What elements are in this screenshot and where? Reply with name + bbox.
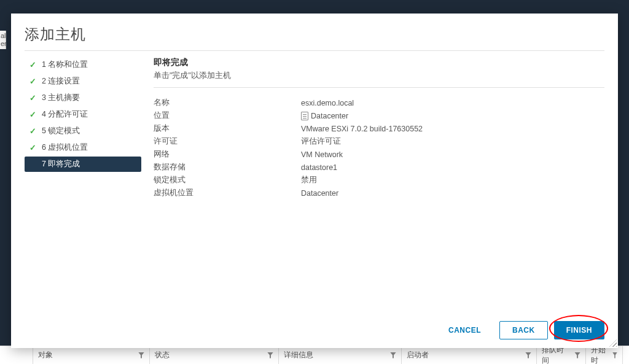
wizard-step-label: 3 主机摘要 bbox=[42, 93, 80, 103]
wizard-step-6[interactable]: ✓6 虚拟机位置 bbox=[25, 140, 141, 155]
bg-column-label: 启动者 bbox=[407, 350, 429, 360]
filter-icon[interactable] bbox=[267, 352, 273, 358]
bg-column-header[interactable]: 启动者 bbox=[402, 346, 537, 364]
check-icon: ✓ bbox=[28, 110, 37, 119]
check-icon: ✓ bbox=[28, 77, 37, 86]
background-fragment: al er bbox=[0, 31, 6, 49]
bg-column-header[interactable]: 对象 bbox=[33, 346, 150, 364]
bg-column-label: 状态 bbox=[155, 350, 170, 360]
summary-label: 锁定模式 bbox=[154, 175, 301, 185]
summary-row: 许可证评估许可证 bbox=[154, 135, 604, 148]
modal-title: 添加主机 bbox=[25, 25, 604, 51]
summary-row: 网络VM Network bbox=[154, 148, 604, 161]
summary-value: 禁用 bbox=[301, 175, 604, 185]
check-icon: ✓ bbox=[28, 93, 37, 103]
summary-row: 锁定模式禁用 bbox=[154, 174, 604, 187]
filter-icon[interactable] bbox=[574, 352, 580, 358]
content-subheading: 单击"完成"以添加主机 bbox=[154, 71, 604, 88]
check-icon: ✓ bbox=[28, 143, 37, 152]
check-icon: ✓ bbox=[28, 60, 37, 69]
summary-value: Datacenter bbox=[301, 188, 604, 198]
wizard-step-1[interactable]: ✓1 名称和位置 bbox=[25, 57, 141, 72]
content-heading: 即将完成 bbox=[154, 57, 604, 68]
check-icon: ✓ bbox=[28, 126, 37, 136]
summary-value: Datacenter bbox=[301, 110, 604, 121]
summary-value: datastore1 bbox=[301, 162, 604, 172]
bg-column-header[interactable]: 开始时 bbox=[586, 346, 623, 364]
back-button[interactable]: BACK bbox=[499, 321, 548, 339]
wizard-content-panel: 即将完成 单击"完成"以添加主机 名称esxi.demo.local位置Data… bbox=[154, 57, 604, 312]
summary-label: 许可证 bbox=[154, 136, 301, 147]
wizard-step-label: 4 分配许可证 bbox=[42, 109, 88, 120]
filter-icon[interactable] bbox=[525, 352, 531, 358]
summary-label: 数据存储 bbox=[154, 162, 301, 172]
summary-label: 名称 bbox=[154, 98, 301, 108]
summary-value: VMware ESXi 7.0.2 build-17630552 bbox=[301, 123, 604, 134]
modal-footer: CANCEL BACK FINISH bbox=[25, 312, 604, 339]
wizard-steps-sidebar: ✓1 名称和位置✓2 连接设置✓3 主机摘要✓4 分配许可证✓5 锁定模式✓6 … bbox=[25, 57, 141, 312]
summary-row: 数据存储datastore1 bbox=[154, 161, 604, 174]
summary-label: 网络 bbox=[154, 149, 301, 160]
datacenter-icon bbox=[301, 112, 308, 120]
summary-row: 虚拟机位置Datacenter bbox=[154, 187, 604, 199]
finish-button[interactable]: FINISH bbox=[554, 321, 604, 339]
wizard-step-label: 2 连接设置 bbox=[42, 76, 80, 87]
summary-value: esxi.demo.local bbox=[301, 98, 604, 108]
background-table-header: 对象状态详细信息启动者排队时间开始时 bbox=[0, 346, 629, 364]
bg-column-label: 对象 bbox=[38, 350, 53, 360]
wizard-step-2[interactable]: ✓2 连接设置 bbox=[25, 74, 141, 89]
summary-value: 评估许可证 bbox=[301, 136, 604, 147]
summary-row: 名称esxi.demo.local bbox=[154, 96, 604, 109]
summary-label: 位置 bbox=[154, 110, 301, 121]
add-host-wizard-modal: 添加主机 ✓1 名称和位置✓2 连接设置✓3 主机摘要✓4 分配许可证✓5 锁定… bbox=[11, 14, 618, 348]
resize-handle[interactable] bbox=[609, 339, 617, 347]
summary-list: 名称esxi.demo.local位置Datacenter版本VMware ES… bbox=[154, 96, 604, 199]
wizard-step-4[interactable]: ✓4 分配许可证 bbox=[25, 107, 141, 122]
filter-icon[interactable] bbox=[390, 352, 396, 358]
bg-column-label: 详细信息 bbox=[284, 350, 313, 360]
bg-column-header[interactable]: 详细信息 bbox=[279, 346, 402, 364]
wizard-step-label: 7 即将完成 bbox=[42, 159, 80, 169]
wizard-step-3[interactable]: ✓3 主机摘要 bbox=[25, 90, 141, 106]
summary-row: 位置Datacenter bbox=[154, 109, 604, 122]
summary-value: VM Network bbox=[301, 149, 604, 160]
wizard-step-label: 1 名称和位置 bbox=[42, 60, 88, 70]
bg-column-header[interactable]: 状态 bbox=[150, 346, 279, 364]
summary-label: 版本 bbox=[154, 123, 301, 134]
wizard-step-label: 6 虚拟机位置 bbox=[42, 142, 88, 153]
filter-icon[interactable] bbox=[138, 352, 144, 358]
wizard-step-7[interactable]: 7 即将完成 bbox=[25, 157, 141, 172]
wizard-step-5[interactable]: ✓5 锁定模式 bbox=[25, 123, 141, 139]
bg-column-header[interactable]: 排队时间 bbox=[537, 346, 586, 364]
wizard-step-label: 5 锁定模式 bbox=[42, 126, 80, 136]
summary-row: 版本VMware ESXi 7.0.2 build-17630552 bbox=[154, 122, 604, 135]
filter-icon[interactable] bbox=[612, 352, 617, 358]
bg-column-header[interactable] bbox=[0, 346, 33, 364]
summary-label: 虚拟机位置 bbox=[154, 188, 301, 198]
cancel-button[interactable]: CANCEL bbox=[436, 321, 493, 339]
